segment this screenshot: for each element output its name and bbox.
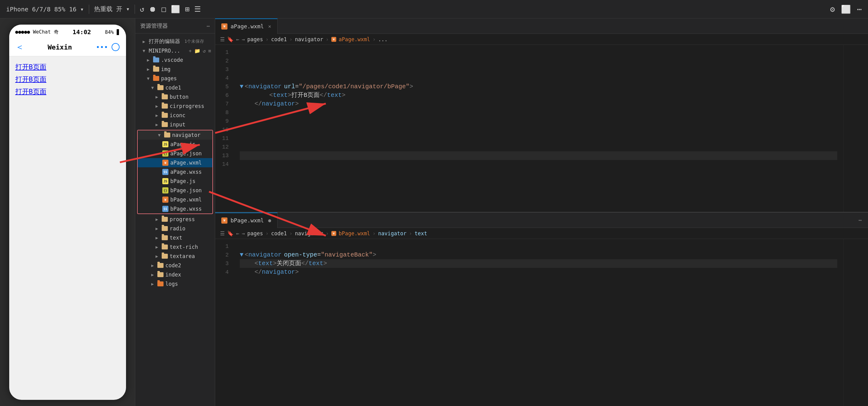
tab-bpage-wxml[interactable]: W bPage.wxml ● [215, 212, 278, 228]
cirprogress-folder[interactable]: ▶ cirprogress [135, 102, 215, 111]
hotreload-toggle[interactable]: 热重载 开 ▾ [94, 5, 130, 13]
logs-folder[interactable]: ▶ logs [135, 279, 215, 289]
bc-code1: code1 [271, 36, 287, 42]
tablet-icon[interactable]: ⬜ [171, 5, 180, 13]
menu-icon[interactable]: ☰ [194, 5, 201, 13]
phone-back-button[interactable]: ＜ [16, 41, 24, 53]
bc2-code1: code1 [271, 230, 287, 236]
breadcrumb-bookmark-icon[interactable]: 🔖 [227, 36, 234, 42]
navigator-folder[interactable]: ▼ navigator [138, 130, 212, 140]
logs-label: logs [165, 281, 178, 287]
phone-link-2[interactable]: 打开B页面 [16, 75, 120, 84]
vscode-folder[interactable]: ▶ .vscode [135, 55, 215, 65]
code-line-1 [240, 48, 837, 57]
unsaved-badge: 1个未保存 [184, 39, 204, 44]
bpage-wxml-label: bPage.wxml [170, 197, 202, 203]
tab-apage-label: aPage.wxml [230, 23, 264, 30]
pages-folder[interactable]: ▼ pages [135, 74, 215, 83]
bpage-wxss[interactable]: SS bPage.wxss [138, 204, 212, 213]
editor2-back[interactable]: ← [236, 230, 239, 236]
editor2-more[interactable]: ⋯ [859, 217, 862, 223]
phone-link-3[interactable]: 打开B页面 [16, 87, 120, 96]
pages-label: pages [161, 75, 177, 82]
radio-folder[interactable]: ▶ radio [135, 224, 215, 233]
tab-apage-close[interactable]: ✕ [268, 23, 271, 29]
text-rich-folder[interactable]: ▶ text-rich [135, 242, 215, 252]
bpage-wxml[interactable]: W bPage.wxml [138, 195, 212, 204]
json-icon: {} [162, 150, 168, 156]
textarea-folder[interactable]: ▶ textarea [135, 252, 215, 261]
editor-area: W aPage.wxml ✕ ☰ 🔖 ← → pages › code1 › n… [215, 19, 868, 406]
phone-status-bar: ●●●●● WeChat 奇 14:02 84% ▊ [9, 25, 126, 38]
top-editor-pane: W aPage.wxml ✕ ☰ 🔖 ← → pages › code1 › n… [215, 19, 868, 212]
editor1-content: 1 2 3 4 5 6 7 8 9 10 11 12 13 14 [215, 45, 868, 212]
iconc-folder[interactable]: ▶ iconc [135, 111, 215, 120]
panels-icon[interactable]: ⬜ [841, 5, 851, 14]
index-folder[interactable]: ▶ index [135, 270, 215, 279]
record-icon[interactable]: ⏺ [149, 5, 156, 13]
unsaved-dot: ● [268, 218, 271, 223]
tab2-wxml-icon: W [221, 218, 227, 224]
device-selector[interactable]: iPhone 6/7/8 85% 16 ▾ [6, 5, 84, 13]
phone-link-1[interactable]: 打开B页面 [16, 62, 120, 72]
code1-folder[interactable]: ▼ code1 [135, 83, 215, 92]
apage-json[interactable]: {} aPage.json [138, 149, 212, 158]
grid-icon[interactable]: ⊞ [185, 5, 189, 13]
phone-battery: 84% ▊ [105, 29, 120, 35]
breadcrumb-menu-icon[interactable]: ☰ [220, 36, 225, 42]
editor1-code: ▼ <navigator url="/pages/code1/navigator… [234, 45, 843, 212]
apage-wxml[interactable]: W aPage.wxml [138, 158, 212, 167]
logs-chevron: ▶ [151, 282, 156, 286]
phone-record-button[interactable] [112, 43, 120, 51]
editor2-menu-icon[interactable]: ☰ [220, 230, 225, 236]
code2-folder[interactable]: ▶ code2 [135, 261, 215, 270]
navigator-box: ▼ navigator JS aPage.js {} aPage.json W [137, 130, 213, 214]
textarea-folder-icon [162, 254, 168, 259]
editor2-bookmark-icon[interactable]: 🔖 [227, 230, 234, 236]
collapse-icon[interactable]: ≡ [208, 48, 211, 54]
bc-file: aPage.wxml [339, 36, 370, 42]
iconc-folder-icon [162, 113, 168, 118]
tab-apage-wxml[interactable]: W aPage.wxml ✕ [215, 19, 278, 34]
bc2-sep3: › [326, 230, 329, 236]
code-line-7: </navigator> [240, 100, 837, 108]
bc2-file: bPage.wxml [339, 230, 370, 236]
phone-frame: ●●●●● WeChat 奇 14:02 84% ▊ ＜ Weixin ••• … [9, 25, 126, 400]
code2-line-1 [240, 242, 837, 251]
input-folder[interactable]: ▶ input [135, 120, 215, 129]
open-editors-label: 打开的编辑器 [149, 38, 180, 45]
editor1-tab-bar: W aPage.wxml ✕ [215, 19, 868, 34]
apage-wxss[interactable]: SS aPage.wxss [138, 167, 212, 177]
project-root[interactable]: ▼ MINIPRO... + 📁 ↺ ≡ [135, 46, 215, 55]
refresh-tree-icon[interactable]: ↺ [203, 48, 206, 54]
button-folder[interactable]: ▶ button [135, 92, 215, 102]
text-folder[interactable]: ▶ text [135, 233, 215, 242]
bc-sep3: › [326, 36, 329, 42]
bpage-js[interactable]: JS bPage.js [138, 177, 212, 186]
code-line-10 [240, 125, 837, 134]
more-icon[interactable]: ⋯ [857, 5, 862, 14]
bc-forward[interactable]: → [242, 36, 245, 42]
progress-folder[interactable]: ▶ progress [135, 215, 215, 224]
navigator-label: navigator [172, 132, 200, 138]
phone-icon[interactable]: □ [161, 5, 166, 13]
editor2-forward[interactable]: → [242, 230, 245, 236]
bc2-file-icon: W [331, 231, 336, 236]
code-line-5: ▼ <navigator url="/pages/code1/navigator… [240, 82, 837, 91]
bpage-json[interactable]: {} bPage.json [138, 186, 212, 195]
apage-js[interactable]: JS aPage.js [138, 140, 212, 149]
refresh-icon[interactable]: ↺ [140, 5, 144, 13]
img-folder[interactable]: ▶ img [135, 65, 215, 74]
explorer-title: 资源管理器 [140, 22, 168, 30]
settings-icon[interactable]: ⚙ [830, 5, 835, 14]
open-editors-header[interactable]: ▶ 打开的编辑器 1个未保存 [135, 37, 215, 46]
text-folder-icon [162, 235, 168, 240]
editor2-content: 1 2 3 4 ▼ <navigator open-type="navigate… [215, 239, 868, 406]
phone-content: 打开B页面 打开B页面 打开B页面 [9, 56, 126, 106]
phone-more-button[interactable]: ••• [96, 44, 108, 51]
new-file-icon[interactable]: ⋯ [207, 23, 210, 29]
bc-back[interactable]: ← [236, 36, 239, 42]
add-icon[interactable]: + [189, 48, 192, 54]
new-folder-icon[interactable]: 📁 [194, 48, 200, 54]
bpage-wxss-icon: SS [162, 206, 168, 212]
